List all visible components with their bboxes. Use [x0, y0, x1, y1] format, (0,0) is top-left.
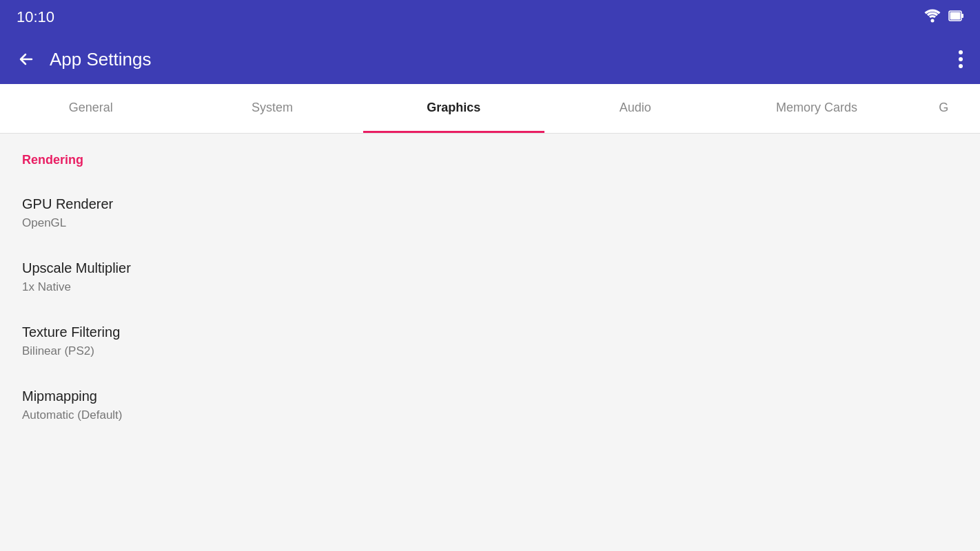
battery-icon: [948, 8, 963, 27]
tab-memory-cards[interactable]: Memory Cards: [726, 84, 907, 133]
svg-point-4: [959, 50, 963, 54]
tab-graphics[interactable]: Graphics: [363, 84, 544, 133]
back-button[interactable]: [14, 47, 39, 72]
app-bar-title: App Settings: [50, 49, 151, 70]
svg-rect-2: [950, 12, 961, 19]
setting-upscale-multiplier-title: Upscale Multiplier: [22, 260, 958, 276]
app-bar: App Settings: [0, 34, 980, 84]
tab-bar: General System Graphics Audio Memory Car…: [0, 84, 980, 134]
setting-upscale-multiplier-value: 1x Native: [22, 280, 958, 294]
content-area: Rendering GPU Renderer OpenGL Upscale Mu…: [0, 134, 980, 551]
setting-upscale-multiplier[interactable]: Upscale Multiplier 1x Native: [22, 245, 958, 309]
setting-texture-filtering-title: Texture Filtering: [22, 324, 958, 340]
more-options-button[interactable]: [955, 46, 966, 72]
setting-gpu-renderer[interactable]: GPU Renderer OpenGL: [22, 181, 958, 245]
setting-mipmapping-title: Mipmapping: [22, 388, 958, 404]
svg-point-6: [959, 64, 963, 68]
svg-point-5: [959, 57, 963, 61]
setting-gpu-renderer-title: GPU Renderer: [22, 196, 958, 212]
status-bar: 10:10: [0, 0, 980, 34]
tab-system[interactable]: System: [181, 84, 363, 133]
app-bar-left: App Settings: [14, 47, 151, 72]
tab-more[interactable]: G: [908, 84, 980, 133]
wifi-icon: [923, 9, 941, 26]
tab-general[interactable]: General: [0, 84, 181, 133]
setting-texture-filtering-value: Bilinear (PS2): [22, 344, 958, 358]
svg-point-0: [931, 19, 935, 22]
setting-texture-filtering[interactable]: Texture Filtering Bilinear (PS2): [22, 309, 958, 373]
status-time: 10:10: [17, 8, 54, 26]
status-icons: [923, 8, 963, 27]
svg-rect-3: [961, 14, 963, 18]
setting-mipmapping[interactable]: Mipmapping Automatic (Default): [22, 373, 958, 437]
setting-mipmapping-value: Automatic (Default): [22, 408, 958, 422]
tab-audio[interactable]: Audio: [544, 84, 726, 133]
setting-gpu-renderer-value: OpenGL: [22, 216, 958, 230]
section-header-rendering: Rendering: [22, 153, 958, 167]
